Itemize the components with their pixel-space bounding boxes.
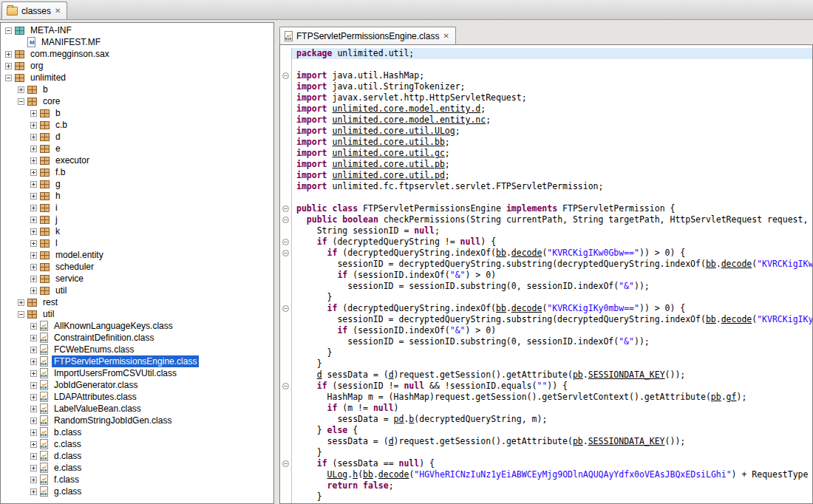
tree-expander-icon[interactable] <box>30 453 37 460</box>
tree-expander-icon[interactable] <box>5 63 12 69</box>
tree-expander-icon[interactable] <box>5 27 12 34</box>
tree-item-g-class[interactable]: g.class <box>1 486 273 497</box>
tree-item-b-class[interactable]: b.class <box>1 426 273 438</box>
tree-expander-icon[interactable] <box>18 86 24 93</box>
tree-item-d[interactable]: d <box>1 131 273 143</box>
tree-item-model-entity[interactable]: model.entity <box>1 249 273 261</box>
tree-expander-icon[interactable] <box>30 323 37 330</box>
tree-expander-icon[interactable] <box>30 240 37 247</box>
tab-classes[interactable]: classes ✕ <box>1 1 67 19</box>
tree-item-jobidgenerator-class[interactable]: JobIdGenerator.class <box>1 379 273 391</box>
collapse-fold-icon[interactable] <box>282 239 289 245</box>
collapse-fold-icon[interactable] <box>282 250 289 256</box>
tree-item-d-class[interactable]: d.class <box>1 450 273 462</box>
tree-item-label: util <box>53 285 69 296</box>
fold-gutter <box>280 92 292 103</box>
tree-item-com-megginson-sax[interactable]: com.megginson.sax <box>1 48 273 60</box>
tree-item-g[interactable]: g <box>1 178 273 190</box>
tree-expander-icon[interactable] <box>30 347 37 353</box>
tree-item-unlimited[interactable]: unlimited <box>1 72 273 84</box>
tree-item-manifest-mf[interactable]: MANIFEST.MF <box>1 36 273 48</box>
tree-item-label: b <box>53 107 63 119</box>
tree-expander-icon[interactable] <box>30 157 37 164</box>
tree-item-meta-inf[interactable]: META-INF <box>1 24 273 36</box>
code-line-text <box>292 59 812 70</box>
tree-item-e[interactable]: e <box>1 143 273 154</box>
tree-expander-icon[interactable] <box>30 146 37 152</box>
tree-expander-icon[interactable] <box>30 488 37 495</box>
collapse-fold-icon[interactable] <box>282 460 289 467</box>
tree-item-b[interactable]: b <box>1 107 273 119</box>
collapse-fold-icon[interactable] <box>282 205 289 212</box>
tree-expander-icon[interactable] <box>30 134 37 140</box>
tree-item-h[interactable]: h <box>1 190 273 202</box>
tree-expander-icon[interactable] <box>18 98 24 105</box>
code-line-text: import unlimited.core.util.pd; <box>292 170 812 181</box>
tree-item-j[interactable]: j <box>1 214 273 225</box>
collapse-fold-icon[interactable] <box>282 383 289 389</box>
code-line: } <box>280 491 812 503</box>
tree-item-scheduler[interactable]: scheduler <box>1 261 273 273</box>
tree-item-labelvaluebean-class[interactable]: LabelValueBean.class <box>1 403 273 415</box>
tree-expander-icon[interactable] <box>5 75 12 81</box>
code-editor[interactable]: package unlimited.util;import java.util.… <box>279 44 813 504</box>
tree-expander-icon[interactable] <box>30 264 37 270</box>
tree-item-f-class[interactable]: f.class <box>1 474 273 486</box>
tree-item-e-class[interactable]: e.class <box>1 462 273 474</box>
tree-expander-icon[interactable] <box>30 217 37 223</box>
tree-expander-icon[interactable] <box>30 441 37 448</box>
tree-item-constraintdefinition-class[interactable]: ConstraintDefinition.class <box>1 332 273 344</box>
tree-expander-icon[interactable] <box>30 382 37 389</box>
collapse-fold-icon[interactable] <box>282 217 289 223</box>
tree-item-service[interactable]: service <box>1 273 273 285</box>
close-icon[interactable]: ✕ <box>443 33 449 40</box>
tree-expander-icon[interactable] <box>30 287 37 294</box>
tree-item-core[interactable]: core <box>1 95 273 107</box>
tree-expander-icon[interactable] <box>30 394 37 401</box>
tree-expander-icon[interactable] <box>30 110 37 117</box>
tree-expander-icon[interactable] <box>18 311 24 318</box>
tree-item-importusersfromcsvutil-class[interactable]: ImportUsersFromCSVUtil.class <box>1 367 273 379</box>
tree-expander-icon[interactable] <box>5 51 12 58</box>
tree-item-k[interactable]: k <box>1 225 273 237</box>
tree-expander-icon[interactable] <box>30 370 37 377</box>
tree-expander-icon[interactable] <box>30 169 37 176</box>
collapse-fold-icon[interactable] <box>282 72 289 79</box>
tree-expander-icon[interactable] <box>30 406 37 412</box>
tree-item-randomstringjobidgen-class[interactable]: RandomStringJobIdGen.class <box>1 415 273 426</box>
tree-item-ftpservletpermissionsengine-class[interactable]: FTPServletPermissionsEngine.class <box>1 355 273 367</box>
panel-splitter[interactable] <box>274 20 279 504</box>
tree-expander-icon[interactable] <box>30 477 37 483</box>
tree-expander-icon[interactable] <box>30 358 37 365</box>
tree-item-rest[interactable]: rest <box>1 296 273 308</box>
tree-expander-icon[interactable] <box>30 181 37 188</box>
tree-item-c-b[interactable]: c.b <box>1 119 273 131</box>
tree-item-l[interactable]: l <box>1 237 273 249</box>
tree-expander-icon[interactable] <box>18 299 24 306</box>
tree-expander-icon[interactable] <box>30 429 37 436</box>
tab-ftpservletpermissionsengine[interactable]: FTPServletPermissionsEngine.class ✕ <box>279 27 456 44</box>
tree-expander-icon[interactable] <box>30 335 37 341</box>
tree-expander-icon[interactable] <box>30 276 37 282</box>
collapse-fold-icon[interactable] <box>282 305 289 312</box>
tree-item-i[interactable]: i <box>1 202 273 214</box>
tree-item-allknownlanguagekeys-class[interactable]: AllKnownLanguageKeys.class <box>1 320 273 332</box>
tree-expander-icon[interactable] <box>30 252 37 259</box>
tree-item-c-class[interactable]: c.class <box>1 438 273 450</box>
tree-item-org[interactable]: org <box>1 60 273 72</box>
tree-item-fcwebenums-class[interactable]: FCWebEnums.class <box>1 344 273 355</box>
tree-expander-icon[interactable] <box>30 122 37 129</box>
tree-item-f-b[interactable]: f.b <box>1 166 273 178</box>
tree-expander-icon[interactable] <box>30 465 37 471</box>
tree-item-ldapattributes-class[interactable]: LDAPAttributes.class <box>1 391 273 403</box>
close-icon[interactable]: ✕ <box>55 7 61 15</box>
tree-expander-icon[interactable] <box>30 193 37 200</box>
tree-item-b[interactable]: b <box>1 84 273 95</box>
tree-item-util[interactable]: util <box>1 308 273 320</box>
tree-expander-icon[interactable] <box>30 418 37 424</box>
tree-expander-icon[interactable] <box>30 228 37 235</box>
tree-expander-icon[interactable] <box>30 205 37 211</box>
tree-item-label: g.class <box>52 486 84 497</box>
tree-item-util[interactable]: util <box>1 285 273 296</box>
tree-item-executor[interactable]: executor <box>1 154 273 166</box>
